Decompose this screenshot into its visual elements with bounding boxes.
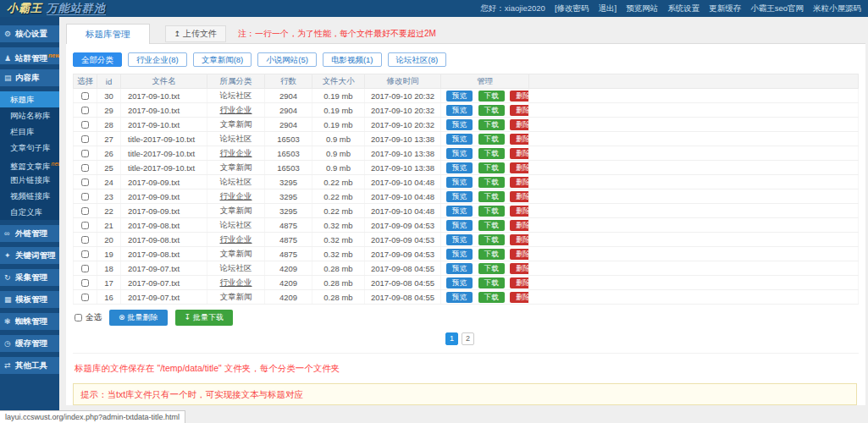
- update-cache-link[interactable]: 更新缓存: [709, 3, 741, 14]
- download-button[interactable]: 下载: [478, 105, 505, 116]
- preview-button[interactable]: 预览: [446, 134, 473, 145]
- row-checkbox[interactable]: [81, 135, 89, 143]
- row-checkbox[interactable]: [81, 294, 89, 301]
- sidebar-item-external-links[interactable]: ∞外链管理: [0, 225, 59, 242]
- tab-upload-file[interactable]: ↥上传文件: [165, 25, 227, 42]
- row-checkbox[interactable]: [81, 265, 89, 272]
- sidebar-item-column-library[interactable]: 栏目库: [0, 124, 59, 140]
- preview-button[interactable]: 预览: [446, 277, 473, 288]
- delete-button[interactable]: 删除: [510, 277, 528, 288]
- delete-button[interactable]: 删除: [510, 91, 528, 102]
- download-button[interactable]: 下载: [478, 277, 505, 288]
- page-1-button[interactable]: 1: [445, 332, 458, 345]
- delete-button[interactable]: 删除: [510, 263, 528, 274]
- row-checkbox[interactable]: [81, 121, 89, 129]
- row-checkbox[interactable]: [81, 222, 89, 229]
- source-code-link[interactable]: 米粒小屋源码: [813, 3, 861, 14]
- row-checkbox[interactable]: [81, 236, 89, 244]
- delete-button[interactable]: 删除: [510, 134, 528, 145]
- delete-button[interactable]: 删除: [510, 249, 528, 260]
- preview-button[interactable]: 预览: [446, 119, 473, 130]
- logout-link[interactable]: 退出]: [599, 3, 617, 14]
- sidebar-item-templates[interactable]: ▦模板管理: [0, 291, 59, 308]
- preview-button[interactable]: 预览: [446, 91, 473, 102]
- delete-button[interactable]: 删除: [510, 206, 528, 217]
- preview-button[interactable]: 预览: [446, 177, 473, 188]
- download-button[interactable]: 下载: [478, 263, 505, 274]
- row-checkbox[interactable]: [81, 179, 89, 186]
- delete-button[interactable]: 删除: [510, 234, 528, 245]
- download-button[interactable]: 下载: [478, 177, 505, 188]
- preview-button[interactable]: 预览: [446, 191, 473, 202]
- filter-industry-enterprise[interactable]: 行业企业(8): [128, 52, 187, 67]
- preview-button[interactable]: 预览: [446, 234, 473, 245]
- row-checkbox[interactable]: [81, 107, 89, 114]
- delete-button[interactable]: 删除: [510, 292, 528, 303]
- download-button[interactable]: 下载: [478, 292, 505, 303]
- change-password-link[interactable]: [修改密码: [555, 3, 589, 14]
- download-button[interactable]: 下载: [478, 91, 505, 102]
- preview-button[interactable]: 预览: [446, 148, 473, 159]
- sidebar-item-site-name-library[interactable]: 网站名称库: [0, 107, 59, 124]
- actions-cell: 预览 下载 删除: [441, 190, 529, 204]
- preview-button[interactable]: 预览: [446, 263, 473, 274]
- delete-button[interactable]: 删除: [510, 162, 528, 173]
- page-2-button[interactable]: 2: [462, 332, 474, 345]
- filter-novel-site[interactable]: 小说网站(5): [257, 52, 317, 67]
- batch-delete-button[interactable]: ⊗批量删除: [109, 310, 168, 326]
- row-checkbox[interactable]: [81, 150, 89, 157]
- preview-button[interactable]: 预览: [446, 249, 473, 260]
- sidebar-item-collection[interactable]: ↻采集管理: [0, 269, 59, 286]
- download-button[interactable]: 下载: [478, 119, 505, 130]
- download-button[interactable]: 下载: [478, 206, 505, 217]
- sidebar-item-core-settings[interactable]: ⚙核心设置: [0, 25, 59, 42]
- sidebar-item-keywords[interactable]: ✦关键词管理: [0, 247, 59, 264]
- preview-button[interactable]: 预览: [446, 206, 473, 217]
- tab-title-library-manage[interactable]: 标题库管理: [66, 24, 150, 44]
- sidebar-item-video-link-library[interactable]: 视频链接库: [0, 188, 59, 204]
- preview-button[interactable]: 预览: [446, 292, 473, 303]
- delete-button[interactable]: 删除: [510, 220, 528, 231]
- delete-button[interactable]: 删除: [510, 105, 528, 116]
- preview-button[interactable]: 预览: [446, 105, 473, 116]
- sidebar-item-article-library[interactable]: 整篇文章库new: [0, 156, 59, 172]
- download-button[interactable]: 下载: [478, 191, 505, 202]
- sidebar-item-sentence-library[interactable]: 文章句子库: [0, 140, 59, 156]
- download-button[interactable]: 下载: [478, 249, 505, 260]
- download-button[interactable]: 下载: [478, 134, 505, 145]
- sidebar-item-custom-library[interactable]: 自定义库: [0, 204, 59, 220]
- row-checkbox[interactable]: [81, 92, 89, 100]
- download-button[interactable]: 下载: [478, 148, 505, 159]
- preview-button[interactable]: 预览: [446, 220, 473, 231]
- delete-button[interactable]: 删除: [510, 119, 528, 130]
- row-checkbox[interactable]: [81, 193, 89, 201]
- sidebar-item-cache[interactable]: ◷缓存管理: [0, 335, 59, 352]
- sidebar-item-content-library[interactable]: ▤内容库: [0, 69, 59, 86]
- sidebar-item-site-group[interactable]: ♟站群管理new: [0, 47, 59, 64]
- delete-button[interactable]: 删除: [510, 191, 528, 202]
- filter-article-news[interactable]: 文章新闻(8): [193, 52, 252, 67]
- delete-button[interactable]: 删除: [510, 177, 528, 188]
- filter-movie-video[interactable]: 电影视频(1): [323, 52, 382, 67]
- system-settings-link[interactable]: 系统设置: [667, 3, 699, 14]
- download-button[interactable]: 下载: [478, 220, 505, 231]
- download-button[interactable]: 下载: [478, 234, 505, 245]
- select-all-checkbox[interactable]: [75, 314, 82, 321]
- seo-official-site-link[interactable]: 小霸王seo官网: [750, 3, 804, 14]
- sidebar-item-image-link-library[interactable]: 图片链接库: [0, 172, 59, 188]
- table-row: 28 2017-09-10.txt 文章新闻 2904 0.19 mb 2017…: [74, 118, 859, 132]
- preview-site-link[interactable]: 预览网站: [626, 3, 658, 14]
- row-checkbox[interactable]: [81, 250, 89, 258]
- sidebar-item-title-library[interactable]: 标题库: [0, 91, 59, 107]
- download-button[interactable]: 下载: [478, 162, 505, 173]
- filter-all-categories[interactable]: 全部分类: [73, 52, 122, 67]
- filter-forum-community[interactable]: 论坛社区(8): [388, 52, 447, 67]
- row-checkbox[interactable]: [81, 164, 89, 172]
- batch-download-button[interactable]: ↧批量下载: [175, 310, 234, 326]
- row-checkbox[interactable]: [81, 279, 89, 287]
- sidebar-item-spiders[interactable]: ❃蜘蛛管理: [0, 313, 59, 330]
- sidebar-item-other-tools[interactable]: ⇄其他工具: [0, 357, 59, 374]
- delete-button[interactable]: 删除: [510, 148, 528, 159]
- row-checkbox[interactable]: [81, 207, 89, 215]
- preview-button[interactable]: 预览: [446, 162, 473, 173]
